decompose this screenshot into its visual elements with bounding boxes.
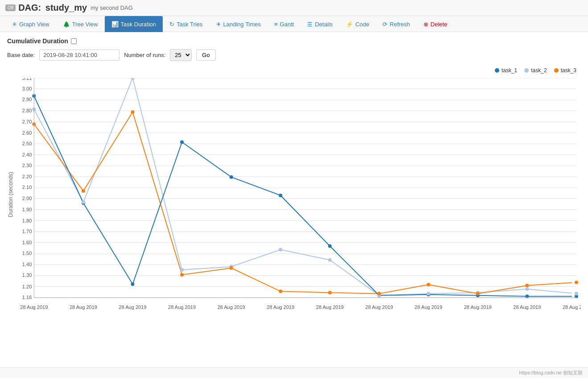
svg-text:1.50: 1.50 xyxy=(22,251,32,256)
svg-text:1.90: 1.90 xyxy=(22,207,32,212)
svg-point-65 xyxy=(525,288,529,291)
legend-task2: task_2 xyxy=(524,67,547,74)
svg-text:28 Aug 2019: 28 Aug 2019 xyxy=(316,304,344,310)
svg-text:2.90: 2.90 xyxy=(22,97,32,102)
svg-text:1.30: 1.30 xyxy=(22,272,32,278)
svg-text:28 Aug 2019: 28 Aug 2019 xyxy=(218,304,245,310)
tab-gantt-label: Gantt xyxy=(280,21,294,28)
svg-point-69 xyxy=(131,110,135,114)
tab-code[interactable]: ⚡ Code xyxy=(339,16,376,32)
svg-point-60 xyxy=(279,248,282,251)
svg-point-58 xyxy=(180,268,184,271)
legend-dot-task2 xyxy=(524,68,529,73)
legend-dot-task1 xyxy=(495,68,499,73)
code-icon: ⚡ xyxy=(346,21,353,28)
svg-point-73 xyxy=(328,291,332,295)
svg-text:28 Aug 2019: 28 Aug 2019 xyxy=(20,304,48,310)
svg-point-66 xyxy=(575,292,578,296)
chart-legend: task_1 task_2 task_3 xyxy=(495,67,576,74)
svg-point-72 xyxy=(279,290,282,293)
cumulative-header: Cumulative Duration xyxy=(7,37,581,45)
chart-line-task1 xyxy=(34,96,576,296)
svg-text:2.10: 2.10 xyxy=(22,185,32,190)
svg-text:2.70: 2.70 xyxy=(22,119,32,124)
tab-delete-label: Delete xyxy=(431,21,448,28)
svg-text:1.40: 1.40 xyxy=(22,262,32,267)
cumulative-title: Cumulative Duration xyxy=(7,37,68,45)
svg-text:1.16: 1.16 xyxy=(22,295,32,300)
task-tries-icon: ↻ xyxy=(169,21,174,28)
svg-point-75 xyxy=(427,283,430,286)
svg-text:1.20: 1.20 xyxy=(22,284,32,289)
svg-text:2.00: 2.00 xyxy=(22,196,32,201)
svg-text:28 Aug 2019: 28 Aug 2019 xyxy=(267,304,294,310)
legend-dot-task3 xyxy=(554,68,559,73)
base-date-label: Base date: xyxy=(7,52,35,58)
tab-gantt[interactable]: ≡ Gantt xyxy=(267,16,300,32)
chart-container: task_1 task_2 task_3 Duration (seconds) xyxy=(7,67,581,326)
base-date-input[interactable] xyxy=(39,49,119,61)
chart-svg: Duration (seconds) xyxy=(7,78,581,329)
tab-tree-view[interactable]: 🌲 Tree View xyxy=(56,16,105,32)
svg-text:2.60: 2.60 xyxy=(22,130,32,136)
tab-graph-view[interactable]: ✳ Graph View xyxy=(5,16,56,32)
svg-text:3.11: 3.11 xyxy=(22,78,32,81)
svg-point-76 xyxy=(476,292,480,296)
svg-point-61 xyxy=(328,258,332,262)
svg-point-46 xyxy=(180,140,184,144)
dag-name: study_my xyxy=(45,3,87,12)
svg-text:2.80: 2.80 xyxy=(22,108,32,113)
svg-text:28 Aug 2019: 28 Aug 2019 xyxy=(366,304,393,310)
svg-point-78 xyxy=(575,280,578,284)
tab-task-tries[interactable]: ↻ Task Tries xyxy=(163,16,210,32)
dag-title: DAG: study_my xyxy=(18,3,87,13)
num-runs-select[interactable]: 25 10 50 xyxy=(170,49,192,61)
svg-point-71 xyxy=(230,266,233,270)
details-icon: ☰ xyxy=(307,21,313,28)
svg-text:1.70: 1.70 xyxy=(22,229,32,234)
tab-landing-times[interactable]: ✈ Landing Times xyxy=(210,16,268,32)
tab-details-label: Details xyxy=(315,21,333,28)
graph-view-icon: ✳ xyxy=(12,21,17,28)
tab-task-tries-label: Task Tries xyxy=(177,21,203,28)
go-button[interactable]: Go xyxy=(196,49,215,61)
dag-label: DAG: xyxy=(18,3,41,12)
svg-text:28 Aug 2019: 28 Aug 2019 xyxy=(415,304,442,310)
tab-delete[interactable]: ⊗ Delete xyxy=(417,16,454,32)
delete-icon: ⊗ xyxy=(424,21,428,28)
svg-text:28 Aug 2019: 28 Aug 2019 xyxy=(168,304,196,310)
tab-task-duration[interactable]: 📊 Task Duration xyxy=(105,16,163,32)
dag-subtitle: my second DAG xyxy=(90,4,133,11)
svg-point-68 xyxy=(82,189,85,193)
task-duration-icon: 📊 xyxy=(111,21,119,28)
dag-status-badge: Off xyxy=(5,4,16,11)
num-runs-label: Number of runs: xyxy=(124,52,165,58)
svg-point-56 xyxy=(82,200,85,204)
svg-text:28 Aug 2019: 28 Aug 2019 xyxy=(563,304,581,310)
tab-task-duration-label: Task Duration xyxy=(121,21,156,28)
tab-details[interactable]: ☰ Details xyxy=(300,16,339,32)
legend-label-task1: task_1 xyxy=(502,67,517,74)
tab-refresh[interactable]: ⟳ Refresh xyxy=(376,16,417,32)
cumulative-checkbox[interactable] xyxy=(71,38,77,44)
controls-row: Base date: Number of runs: 25 10 50 Go xyxy=(7,49,581,61)
legend-label-task2: task_2 xyxy=(531,67,547,74)
tree-view-icon: 🌲 xyxy=(63,21,70,28)
svg-point-57 xyxy=(131,78,135,80)
tab-tree-view-label: Tree View xyxy=(72,21,98,28)
svg-text:28 Aug 2019: 28 Aug 2019 xyxy=(513,304,541,310)
tab-landing-times-label: Landing Times xyxy=(223,21,261,28)
svg-point-70 xyxy=(180,273,184,276)
tab-graph-view-label: Graph View xyxy=(19,21,49,28)
svg-text:28 Aug 2019: 28 Aug 2019 xyxy=(70,304,97,310)
legend-label-task3: task_3 xyxy=(561,67,576,74)
svg-text:2.40: 2.40 xyxy=(22,152,32,157)
refresh-icon: ⟳ xyxy=(382,21,387,28)
svg-point-47 xyxy=(230,175,233,179)
nav-tabs: ✳ Graph View 🌲 Tree View 📊 Task Duration… xyxy=(0,16,588,32)
svg-point-63 xyxy=(427,292,430,296)
svg-text:28 Aug 2019: 28 Aug 2019 xyxy=(119,304,147,310)
svg-text:3.00: 3.00 xyxy=(22,86,32,91)
legend-task3: task_3 xyxy=(554,67,576,74)
tab-refresh-label: Refresh xyxy=(390,21,410,28)
